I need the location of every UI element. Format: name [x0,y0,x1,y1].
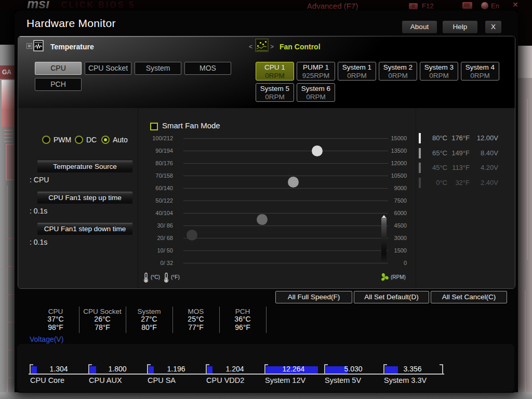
fan-button-system6[interactable]: System 60RPM [297,83,335,102]
temp-separator [219,307,220,333]
temp-button-system[interactable]: System [135,62,181,75]
temp-button-pch[interactable]: PCH [35,78,82,91]
temp-button-mos[interactable]: MOS [184,62,231,75]
readout-voltage: 12.00V [472,134,498,142]
step-down-time-value: : 0.1s [30,238,47,246]
all-full-speed-button[interactable]: All Full Speed(F) [275,291,352,303]
display-icon[interactable] [462,2,472,9]
fan-rpm-icon [379,272,390,285]
chart-row: 50/1227500 [131,194,407,207]
mode-pwm[interactable]: PWM [42,136,71,144]
fan-curve-point[interactable] [187,230,197,241]
help-button[interactable]: Help [443,21,477,33]
chart-row: 60/1409000 [131,182,407,194]
curve-readout-row: 0°C32°F2.40V [418,178,501,188]
step-down-time-field[interactable]: CPU Fan1 step down time [37,223,132,235]
left-grid-hline [7,294,15,295]
fan-name: System 2 [379,62,417,72]
fan-button-system1[interactable]: System 10RPM [338,62,376,81]
language-globe-icon[interactable] [481,2,488,9]
fan-button-system4[interactable]: System 40RPM [461,62,499,81]
monitor-panel: Temperature < > Fan Control CPU CPU Sock… [18,36,515,289]
temp-label: PCH [219,308,266,315]
radio-pwm[interactable] [42,136,50,144]
left-grid-hline [7,266,15,267]
fan-button-cpu1[interactable]: CPU 10RPM [256,62,294,81]
readout-voltage: 2.40V [472,179,498,187]
voltage-value: 1.304 [30,365,88,373]
hardware-monitor-dialog: Hardware Monitor About Help X Temperatur… [15,10,518,393]
fan-button-system2[interactable]: System 20RPM [379,62,417,81]
rpm-axis-label: 12000 [388,160,407,166]
right-top-dark [518,10,532,46]
fan-button-system3[interactable]: System 30RPM [420,62,458,81]
rpm-axis-label: 1500 [388,247,407,254]
temp-axis-label: 90/194 [131,148,173,154]
temp-fahrenheit: 96°F [219,324,266,332]
temp-celsius: 36°C [219,315,266,324]
about-button[interactable]: About [402,21,437,33]
chart-row: 0/ 320 [131,257,407,269]
fan-curve-point[interactable] [312,145,323,156]
fan-rpm: 0RPM [297,93,335,101]
rpm-slider[interactable] [381,215,387,263]
fan-button-system5[interactable]: System 50RPM [256,83,294,102]
game-boost-label: GA [0,65,15,79]
right-light-block [518,46,532,78]
voltage-section-title: Voltage(V) [30,335,63,343]
grid-line [183,188,388,189]
voltage-rail-label: System 3.3V [384,376,427,384]
readout-fahrenheit: 176°F [450,134,470,142]
slider-track[interactable] [381,218,387,263]
temperature-source-field[interactable]: Temperature Source [37,161,132,172]
temp-fahrenheit: 80°F [126,324,172,332]
screenshot-icon[interactable] [409,3,418,9]
fan-next-arrow[interactable]: > [270,43,274,50]
all-set-cancel-button[interactable]: All Set Cancel(C) [431,291,507,303]
close-button[interactable]: X [485,21,501,33]
temp-axis-label: 10/ 50 [131,247,173,254]
readout-bar [419,133,421,143]
temperature-source-buttons: CPU CPU Socket System MOS PCH [35,62,237,94]
radio-auto[interactable] [101,136,110,144]
curve-readout-row: 65°C149°F8.40V [418,148,501,158]
temp-axis-label: 0/ 32 [131,260,173,266]
mode-auto[interactable]: Auto [101,136,128,144]
radio-dc[interactable] [75,136,83,144]
readout-bar [419,163,421,173]
temp-label: MOS [172,308,219,315]
temp-button-cpu[interactable]: CPU [35,62,82,75]
fan-name: PUMP 1 [297,62,335,72]
chart-row: 10/ 501500 [131,244,407,257]
fan-button-pump1[interactable]: PUMP 1925RPM [297,62,335,81]
smart-fan-checkbox[interactable] [150,123,158,130]
fan-rpm: 0RPM [379,72,417,79]
temp-readout-cpu: CPU37°C98°F [32,308,79,331]
divider [416,108,416,288]
mode-label: Auto [113,136,128,144]
rpm-axis-label: 4500 [388,222,407,229]
readout-voltage: 8.40V [472,149,498,157]
readout-celsius: 65°C [421,149,447,157]
bios-close-icon[interactable]: ✕ [512,1,518,9]
fan-rpm: 0RPM [420,72,458,79]
mode-dc[interactable]: DC [75,136,97,144]
rpm-unit-label: (RPM) [391,274,406,280]
grid-line [183,138,388,139]
collapse-icon[interactable] [26,43,32,49]
fan-curve-point[interactable] [257,214,268,225]
fan-chart-grid: 100/21215000 90/19413500 80/17612000 70/… [131,132,407,269]
temp-separator [266,307,267,333]
fan-name: System 3 [420,62,458,72]
readout-fahrenheit: 149°F [450,149,470,157]
left-red-block [2,109,15,127]
temp-separator [172,307,173,333]
voltage-value: 3.356 [383,365,442,373]
step-up-time-field[interactable]: CPU Fan1 step up time [37,192,132,204]
fan-prev-arrow[interactable]: < [249,43,252,50]
fan-curve-point[interactable] [288,177,299,188]
temp-fahrenheit: 77°F [172,324,219,332]
temp-button-cpu-socket[interactable]: CPU Socket [85,62,131,75]
all-set-default-button[interactable]: All Set Default(D) [354,291,429,303]
advanced-mode-label[interactable]: Advanced (F7) [260,2,405,10]
